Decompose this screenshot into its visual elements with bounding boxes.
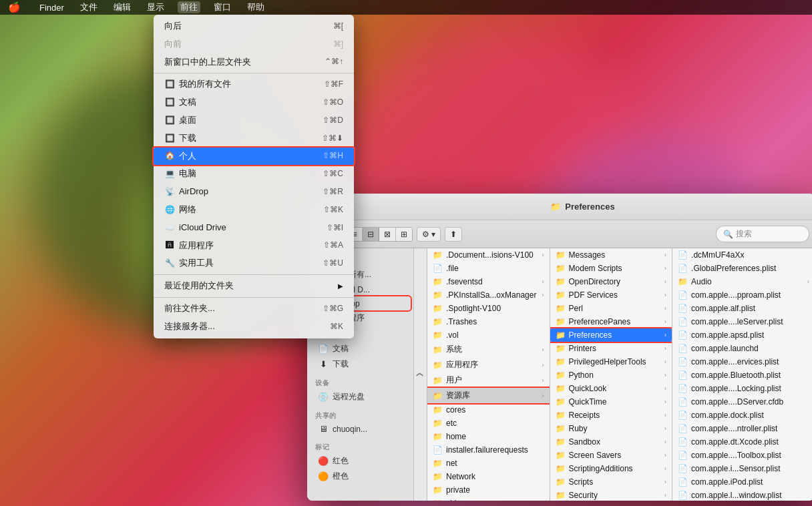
menubar-window[interactable]: 窗口 (211, 1, 234, 13)
file-item[interactable]: 📁 .vol (427, 328, 550, 342)
sidebar-section-shared-title: 共享的 (307, 407, 413, 422)
action-button[interactable]: ⚙ ▾ (417, 227, 441, 242)
file-item[interactable]: 📄 com.apple....ntroller.plist (672, 422, 812, 435)
file-item[interactable]: 📁 Scripts › (550, 475, 672, 489)
menubar-help[interactable]: 帮助 (244, 1, 267, 13)
menubar-file[interactable]: 文件 (77, 1, 100, 13)
menu-item-icloud[interactable]: ☁️ iCloud Drive ⇧⌘I (154, 219, 354, 237)
file-item[interactable]: 📄 com.apple.launchd (672, 342, 812, 355)
file-item-network[interactable]: 📁 Network (427, 470, 550, 483)
file-item[interactable]: 📁 ScriptingAdditions › (550, 462, 672, 475)
sidebar-item-orange-tag[interactable]: 🟠 橙色 (310, 469, 411, 484)
file-item[interactable]: 📁 .Trashes (427, 315, 550, 328)
file-item[interactable]: 📁 Sandbox › (550, 435, 672, 449)
file-item[interactable]: 📁 应用程序 › (427, 357, 550, 372)
file-item[interactable]: 📁 PrivilegedHelperTools › (550, 355, 672, 368)
file-item[interactable]: 📄 com.apple....leServer.plist (672, 315, 812, 328)
menubar-edit[interactable]: 编辑 (111, 1, 134, 13)
file-item[interactable]: 📄 com.apple.iPod.plist (672, 475, 812, 489)
file-item[interactable]: 📁 Screen Savers › (550, 449, 672, 462)
sidebar-item-red-tag[interactable]: 🔴 红色 (310, 453, 411, 469)
file-item[interactable]: 📄 .dcMmUF4aXx (672, 248, 812, 262)
menu-item-connect-server[interactable]: 连接服务器... ⌘K (154, 318, 354, 336)
file-item[interactable]: 📄 .file (427, 262, 550, 275)
menu-item-computer[interactable]: 💻 电脑 ⇧⌘C (154, 165, 354, 183)
arrow-icon: › (542, 393, 544, 399)
file-item[interactable]: 📁 sbin (427, 497, 550, 501)
file-item[interactable]: 📁 etc (427, 417, 550, 430)
menubar-view[interactable]: 显示 (144, 1, 167, 13)
menu-item-applications[interactable]: 🅰 应用程序 ⇧⌘A (154, 237, 354, 255)
file-item[interactable]: 📄 installer.failurerequests (427, 443, 550, 457)
menu-item-all-files[interactable]: 🔲 我的所有文件 ⇧⌘F (154, 75, 354, 93)
file-item[interactable]: 📄 com.apple.dt.Xcode.plist (672, 435, 812, 449)
file-item[interactable]: 📁 Modem Scripts › (550, 262, 672, 275)
sidebar-item-downloads-fav[interactable]: ⬇ 下载 (310, 356, 411, 372)
extra-view-btn[interactable]: ⊞ (396, 228, 412, 241)
file-item[interactable]: 📁 net (427, 457, 550, 470)
menubar-finder[interactable]: Finder (37, 3, 67, 13)
file-item[interactable]: 📁 Perl › (550, 302, 672, 315)
file-item[interactable]: 📁 .Spotlight-V100 (427, 302, 550, 315)
file-item[interactable]: 📄 com.apple.Bluetooth.plist (672, 368, 812, 382)
file-item-audio[interactable]: 📁 Audio › (672, 275, 812, 288)
menu-item-desktop[interactable]: 🔲 桌面 ⇧⌘D (154, 111, 354, 130)
file-item[interactable]: 📁 private (427, 483, 550, 497)
file-item[interactable]: 📄 com.apple....Toolbox.plist (672, 449, 812, 462)
file-item[interactable]: 📁 Messages › (550, 248, 672, 262)
file-item[interactable]: 📁 系统 › (427, 342, 550, 357)
file-item-security[interactable]: 📁 Security › (550, 489, 672, 501)
file-item[interactable]: 📄 com.apple....Locking.plist (672, 382, 812, 395)
menu-item-back[interactable]: 向后 ⌘[ (154, 17, 354, 35)
file-item[interactable]: 📄 com.apple.apsd.plist (672, 328, 812, 342)
file-item[interactable]: 📁 OpenDirectory › (550, 275, 672, 288)
menubar-go[interactable]: 前往 (178, 1, 200, 13)
file-item[interactable]: 📁 用户 › (427, 372, 550, 388)
file-item[interactable]: 📁 .fseventsd › (427, 275, 550, 288)
file-item[interactable]: 📁 QuickLook › (550, 382, 672, 395)
sidebar-section-devices-title: 设备 (307, 374, 413, 389)
file-item[interactable]: 📁 .PKInstallSa...oxManager › (427, 288, 550, 302)
share-button[interactable]: ⬆ (445, 227, 462, 242)
file-item[interactable]: 📄 com.apple.i...Sensor.plist (672, 462, 812, 475)
arrow-icon: › (664, 278, 666, 285)
file-item[interactable]: 📁 Receipts › (550, 409, 672, 422)
file-item[interactable]: 📁 PreferencePanes › (550, 315, 672, 328)
file-item[interactable]: 📄 .GlobalPreferences.plist (672, 262, 812, 275)
file-item[interactable]: 📄 com.apple....pproam.plist (672, 288, 812, 302)
file-item[interactable]: 📄 com.apple.l...window.plist (672, 489, 812, 501)
file-item[interactable]: 📁 home (427, 430, 550, 443)
menu-item-forward[interactable]: 向前 ⌘] (154, 35, 354, 53)
file-item[interactable]: 📁 QuickTime › (550, 395, 672, 409)
search-box[interactable]: 🔍 搜索 (716, 226, 809, 242)
menu-item-airdrop[interactable]: 📡 AirDrop ⇧⌘R (154, 183, 354, 201)
file-item[interactable]: 📁 cores (427, 403, 550, 417)
menu-item-enclosing[interactable]: 新窗口中的上层文件夹 ⌃⌘↑ (154, 53, 354, 71)
menu-item-home[interactable]: 🏠 个人 ⇧⌘H (154, 148, 354, 166)
menu-item-downloads[interactable]: 🔲 下载 ⇧⌘⬇ (154, 130, 354, 148)
file-item[interactable]: 📁 PDF Services › (550, 288, 672, 302)
library-folder-item[interactable]: 📁 资源库 › (427, 388, 550, 403)
file-item[interactable]: 📁 .Document...isions-V100 › (427, 248, 550, 262)
file-item-ruby[interactable]: 📁 Ruby › (550, 422, 672, 435)
preferences-folder-item[interactable]: 📁 Preferences › (550, 328, 672, 342)
sidebar-item-documents-fav[interactable]: 📄 文稿 (310, 341, 411, 356)
file-item[interactable]: 📄 com.apple.alf.plist (672, 302, 812, 315)
menu-item-goto-folder[interactable]: 前往文件夹... ⇧⌘G (154, 300, 354, 318)
sidebar-item-chuoqin[interactable]: 🖥 chuoqin... (310, 422, 411, 436)
apple-menu[interactable]: 🍎 (5, 1, 23, 13)
sidebar-item-remote-disc[interactable]: 💿 远程光盘 (310, 389, 411, 405)
file-icon: 📄 (678, 491, 688, 500)
file-item[interactable]: 📁 Printers › (550, 342, 672, 355)
file-item[interactable]: 📄 com.apple.dock.plist (672, 409, 812, 422)
menu-item-documents[interactable]: 🔲 文稿 ⇧⌘O (154, 93, 354, 111)
column-view-btn[interactable]: ⊟ (363, 228, 379, 241)
menu-item-network[interactable]: 🌐 网络 ⇧⌘K (154, 201, 354, 219)
coverflow-view-btn[interactable]: ⊠ (379, 228, 396, 241)
menu-item-recent-folders[interactable]: 最近使用的文件夹 ▶ (154, 277, 354, 295)
file-item[interactable]: 📄 com.apple....DServer.cfdb (672, 395, 812, 409)
menu-item-utilities[interactable]: 🔧 实用工具 ⇧⌘U (154, 254, 354, 272)
collapse-panel[interactable]: ❮ (414, 248, 427, 501)
file-item[interactable]: 📁 Python › (550, 368, 672, 382)
file-item[interactable]: 📄 com.apple....ervices.plist (672, 355, 812, 368)
